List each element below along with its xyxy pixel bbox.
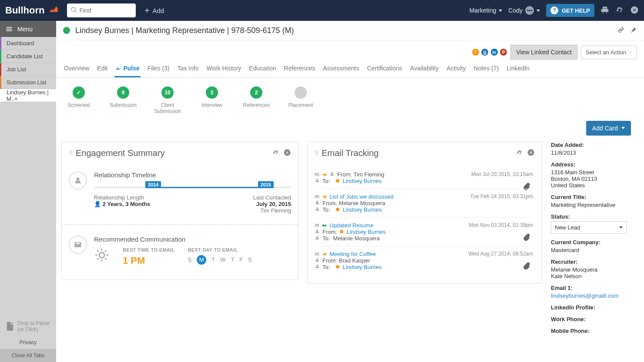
- bullhorn-social-icon[interactable]: !: [472, 49, 479, 56]
- drop-to-parse[interactable]: Drop to Parse (or Click): [0, 317, 56, 336]
- linkedin-icon[interactable]: in: [491, 49, 498, 56]
- pipeline-stage[interactable]: 2References: [241, 86, 272, 115]
- close-icon[interactable]: [283, 149, 291, 158]
- social-icons[interactable]: ! g in P: [471, 49, 507, 56]
- email-list[interactable]: ✉➔ From: Tim Fleming To: Lindsey BurnesM…: [315, 167, 535, 275]
- link-icon[interactable]: [617, 26, 625, 35]
- weekday: T: [231, 256, 234, 263]
- drag-handle-icon[interactable]: ⠿: [315, 150, 319, 156]
- tab[interactable]: Tax Info: [176, 60, 199, 77]
- arrow-right-icon: ➔: [322, 171, 327, 178]
- svg-line-7: [97, 258, 99, 259]
- print-icon[interactable]: [600, 6, 609, 16]
- person-icon: [69, 171, 87, 189]
- tab[interactable]: Availability: [409, 60, 439, 77]
- best-time-value: 1 PM: [123, 255, 174, 266]
- chevron-down-icon: [619, 226, 623, 229]
- search-input[interactable]: [79, 7, 132, 14]
- sidebar-item[interactable]: Dashboard: [0, 37, 56, 50]
- close-icon[interactable]: [630, 6, 639, 16]
- pipeline-stage[interactable]: Placement: [285, 86, 316, 115]
- tab[interactable]: Certifications: [366, 60, 403, 77]
- tab[interactable]: Education: [248, 60, 277, 77]
- mail-icon: [69, 236, 87, 254]
- envelope-icon: ✉: [315, 171, 319, 178]
- tab[interactable]: Work History: [205, 60, 242, 77]
- email-item[interactable]: ✉⬅Updated Resume From: Lindsey Burnes To…: [315, 217, 533, 246]
- tab[interactable]: LinkedIn: [506, 60, 530, 77]
- chevron-down-icon: [537, 10, 540, 12]
- arrow-left-icon: ⬅: [322, 222, 327, 229]
- view-linked-contact-button[interactable]: View Linked Contact: [510, 45, 577, 60]
- email-link[interactable]: lindseyburnes@gmaill.com: [551, 292, 619, 299]
- chevron-down-icon: [621, 127, 625, 129]
- user-dropdown[interactable]: Cody •••: [508, 6, 540, 15]
- envelope-icon: ✉: [315, 251, 319, 257]
- pipeline-stage[interactable]: 2Interview: [196, 86, 228, 115]
- record-title: Lindsey Burnes | Marketing Representativ…: [75, 26, 613, 35]
- envelope-icon: ✉: [315, 222, 319, 229]
- get-help-button[interactable]: ? GET HELP: [546, 4, 594, 17]
- envelope-icon: ✉: [315, 193, 319, 200]
- tab[interactable]: Edit: [96, 60, 108, 77]
- sidebar-item[interactable]: Candidate List: [0, 50, 56, 63]
- svg-line-5: [97, 250, 99, 252]
- pinterest-icon[interactable]: P: [500, 49, 507, 56]
- add-card-button[interactable]: Add Card: [586, 121, 631, 136]
- record-info-panel: Date Added:11/8/2013 Address:1316 Main S…: [551, 142, 633, 339]
- tab[interactable]: Pulse: [114, 60, 140, 77]
- weekday: W: [220, 256, 225, 263]
- card-title: Engagement Summary: [76, 148, 268, 158]
- refresh-icon[interactable]: [272, 149, 280, 158]
- brand-logo[interactable]: Bullhorn: [5, 3, 59, 17]
- dept-dropdown[interactable]: Marketing: [470, 7, 502, 14]
- sidebar-item[interactable]: Lindsey Burnes | M..×: [0, 89, 56, 102]
- pipeline-stage[interactable]: 9Submission: [107, 86, 139, 115]
- weekday: S: [188, 256, 191, 263]
- global-search[interactable]: [67, 3, 136, 17]
- select-action-dropdown[interactable]: Select an Action: [581, 46, 637, 59]
- status-dot: [63, 27, 70, 34]
- refresh-icon[interactable]: [615, 6, 624, 16]
- card-title: Email Tracking: [322, 148, 512, 158]
- chevron-down-icon: [629, 51, 632, 53]
- drag-handle-icon[interactable]: ⠿: [69, 150, 73, 156]
- relationship-timeline: 2014 2015: [94, 183, 291, 192]
- arrow-right-icon: ➔: [322, 251, 327, 257]
- svg-point-0: [99, 252, 104, 258]
- attachment-icon[interactable]: [523, 233, 530, 242]
- tab[interactable]: References: [283, 60, 316, 77]
- bull-icon: [48, 3, 59, 17]
- privacy-link[interactable]: Privacy: [0, 336, 56, 349]
- weekday: F: [239, 256, 243, 263]
- refresh-icon[interactable]: [516, 149, 523, 158]
- attachment-icon[interactable]: [523, 262, 530, 271]
- menu-toggle[interactable]: Menu: [0, 21, 56, 37]
- status-select[interactable]: New Lead: [551, 221, 627, 234]
- email-item[interactable]: ✉➔List of Jobs we discussed From: Melani…: [315, 189, 533, 217]
- search-icon: [70, 7, 77, 15]
- pipeline-stage[interactable]: 10Client Submission: [152, 86, 183, 115]
- close-all-tabs[interactable]: Close All Tabs: [0, 349, 56, 362]
- tab[interactable]: Activity: [446, 60, 466, 77]
- tab[interactable]: Notes (7): [473, 60, 500, 77]
- svg-line-6: [105, 258, 107, 259]
- tab[interactable]: Assessments: [322, 60, 360, 77]
- email-item[interactable]: ✉➔Meeting for Coffee From: Brad Kasper T…: [315, 246, 533, 275]
- sun-icon: [94, 247, 110, 266]
- svg-line-8: [105, 250, 107, 252]
- sidebar-item[interactable]: Job List: [0, 63, 56, 76]
- chevron-down-icon: [499, 10, 502, 12]
- email-item[interactable]: ✉➔ From: Tim Fleming To: Lindsey BurnesM…: [315, 167, 533, 189]
- close-icon[interactable]: [527, 149, 535, 158]
- weekday: T: [211, 256, 215, 263]
- google-icon[interactable]: g: [481, 49, 488, 56]
- sidebar-item[interactable]: Submission List: [0, 76, 56, 89]
- add-button[interactable]: Add: [144, 7, 164, 14]
- tab[interactable]: Files (3): [147, 60, 171, 77]
- pin-icon[interactable]: [629, 26, 637, 35]
- pipeline-stage[interactable]: ✓Screened: [63, 86, 94, 115]
- weekday: S: [248, 256, 252, 263]
- tab[interactable]: Overview: [63, 60, 90, 77]
- stage-pipeline: ✓Screened9Submission10Client Submission2…: [56, 78, 644, 119]
